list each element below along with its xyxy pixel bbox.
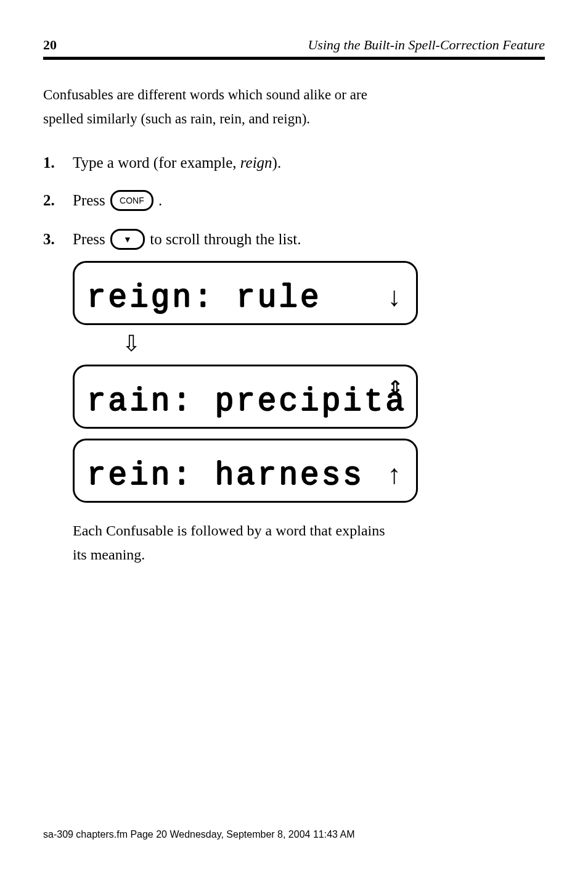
tail-paragraph: Each Confusable is followed by a word th… bbox=[73, 520, 545, 566]
flow-down-arrow-icon: ⇩ bbox=[122, 332, 545, 355]
step-3-number: 3. bbox=[43, 228, 73, 248]
lcd-3-text: rein: harness bbox=[87, 454, 364, 498]
conf-key-icon: CONF bbox=[110, 190, 153, 211]
page-number: 20 bbox=[43, 37, 57, 53]
step-3: 3. Press ▼ to scroll through the list. r… bbox=[43, 228, 545, 568]
updown-arrow-icon: ⇕ bbox=[388, 379, 402, 396]
step-3-body: Press ▼ to scroll through the list. reig… bbox=[73, 228, 545, 568]
intro-line-1: Confusables are different words which so… bbox=[43, 85, 545, 105]
step-2: 2. Press CONF . bbox=[43, 189, 545, 212]
header-rule bbox=[43, 57, 545, 60]
step-2-after: . bbox=[155, 192, 163, 208]
step-1-number: 1. bbox=[43, 152, 73, 171]
step-3-after: to scroll through the list. bbox=[146, 231, 301, 247]
step-2-number: 2. bbox=[43, 189, 73, 209]
lcd-1-text: reign: rule bbox=[87, 276, 322, 320]
lcd-2-text: rain: precipita bbox=[87, 380, 407, 424]
intro-line-2: spelled similarly (such as rain, rein, a… bbox=[43, 109, 545, 129]
footer-metadata: sa-309 chapters.fm Page 20 Wednesday, Se… bbox=[43, 829, 355, 840]
up-arrow-icon: ↑ bbox=[386, 458, 402, 496]
step-1-before: Type a word (for example, bbox=[73, 154, 240, 171]
intro-paragraph: Confusables are different words which so… bbox=[43, 85, 545, 130]
page-title: Using the Built-in Spell-Correction Feat… bbox=[308, 37, 545, 53]
down-arrow-icon: ↓ bbox=[386, 280, 402, 318]
lcd-display-1: reign: rule ↓ bbox=[73, 261, 418, 325]
down-key-icon: ▼ bbox=[110, 229, 145, 250]
step-3-before: Press bbox=[73, 231, 109, 247]
step-2-before: Press bbox=[73, 192, 109, 208]
step-1-body: Type a word (for example, reign). bbox=[73, 152, 545, 173]
lcd-display-2: rain: precipita ⇕ bbox=[73, 365, 418, 429]
lcd-display-3: rein: harness ↑ bbox=[73, 439, 418, 503]
step-1: 1. Type a word (for example, reign). bbox=[43, 152, 545, 173]
page-header: 20 Using the Built-in Spell-Correction F… bbox=[43, 37, 545, 53]
step-1-after: ). bbox=[272, 154, 282, 171]
step-2-body: Press CONF . bbox=[73, 189, 545, 212]
tail-line-2: its meaning. bbox=[73, 544, 545, 566]
step-1-word: reign bbox=[240, 154, 272, 171]
tail-line-1: Each Confusable is followed by a word th… bbox=[73, 520, 545, 542]
